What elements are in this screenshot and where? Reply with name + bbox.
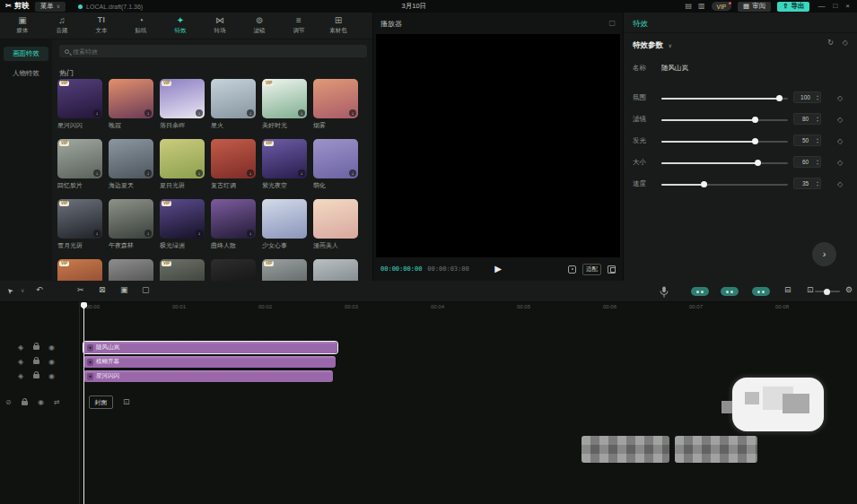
section-keyframe-icon[interactable]: ◇ bbox=[843, 39, 848, 47]
reset-params-icon[interactable]: ↻ bbox=[827, 39, 834, 47]
timeline-zoom-knob[interactable] bbox=[824, 289, 830, 295]
effect-card[interactable]: VIP↓金秋氛围 bbox=[57, 259, 102, 281]
effect-card[interactable]: ↓星火 bbox=[211, 79, 256, 139]
cover-button[interactable]: 封面 bbox=[89, 395, 113, 409]
keyframe-icon[interactable]: ◇ bbox=[837, 180, 843, 188]
keyframe-icon[interactable]: ◇ bbox=[837, 137, 843, 145]
search-input[interactable] bbox=[73, 48, 362, 55]
delete-button[interactable]: ⊠ bbox=[99, 285, 106, 294]
effect-card[interactable]: ↓海边夏天 bbox=[109, 139, 153, 199]
maximize-button[interactable]: □ bbox=[833, 3, 837, 10]
play-button[interactable]: ▶ bbox=[494, 265, 502, 274]
effect-card[interactable]: ↓复古红调 bbox=[211, 139, 256, 199]
param-stepper[interactable]: ▴▾ bbox=[817, 94, 820, 100]
vip-badge[interactable]: VIP bbox=[712, 2, 731, 11]
toolbar-item-effects[interactable]: ✦特效 bbox=[162, 16, 199, 35]
timeline-settings-button[interactable]: ⚙ bbox=[845, 285, 853, 294]
effect-card[interactable]: ↓夏日光斑 bbox=[160, 139, 205, 199]
effect-card[interactable]: VIP↓雪月光斑 bbox=[57, 199, 102, 259]
param-stepper[interactable]: ▴▾ bbox=[817, 116, 820, 122]
split-button[interactable]: ✂ bbox=[77, 285, 84, 294]
lock-icon[interactable] bbox=[33, 374, 39, 378]
review-button[interactable]: ▦ 审阅 bbox=[738, 2, 771, 12]
effect-card[interactable]: ↓曲终人散 bbox=[211, 199, 256, 259]
param-slider-knob[interactable] bbox=[755, 160, 761, 166]
sidebar-item-scene-effects[interactable]: 画面特效 bbox=[4, 47, 48, 61]
toolbar-item-media[interactable]: ▣媒体 bbox=[4, 16, 41, 35]
effect-card[interactable]: ↓雪雾 bbox=[313, 259, 358, 281]
effect-clip[interactable]: ✦随风山岚 bbox=[83, 342, 337, 353]
effect-card[interactable]: VIP↓紫光夜空 bbox=[262, 139, 307, 199]
toolbar-item-audio[interactable]: ♫音频 bbox=[43, 16, 81, 35]
track-eye-icon[interactable]: ◉ bbox=[48, 372, 55, 380]
keyframe-icon[interactable]: ◇ bbox=[837, 94, 843, 102]
effect-clip[interactable]: ✦模糊开幕 bbox=[83, 356, 336, 368]
effect-card[interactable]: ↓烟雾 bbox=[313, 79, 358, 139]
fullscreen-icon[interactable] bbox=[608, 265, 616, 274]
record-voiceover-icon[interactable] bbox=[660, 286, 669, 298]
param-value-box[interactable]: 60▴▾ bbox=[793, 156, 821, 168]
track-eye-icon[interactable]: ◉ bbox=[48, 343, 55, 352]
expand-panel-button[interactable]: › bbox=[812, 242, 836, 266]
effect-card[interactable]: ↓老照片 bbox=[109, 259, 153, 281]
param-value-box[interactable]: 50▴▾ bbox=[793, 135, 821, 146]
effect-clip[interactable]: ✦星河闪闪 bbox=[83, 370, 333, 382]
close-button[interactable]: × bbox=[845, 3, 850, 10]
layout-toggle-1-icon[interactable]: ▤ bbox=[685, 3, 692, 10]
toolbar-item-sticker[interactable]: ◔贴纸 bbox=[122, 16, 160, 35]
effect-card[interactable]: VIP↓美好时光 bbox=[262, 79, 307, 139]
keyframe-icon[interactable]: ◇ bbox=[837, 159, 843, 167]
effect-card[interactable]: ↓晚霞 bbox=[109, 79, 153, 139]
freeze-button[interactable]: ▣ bbox=[120, 285, 128, 294]
effect-card[interactable]: ↓黑夜剪影 bbox=[211, 259, 256, 281]
param-slider-knob[interactable] bbox=[752, 138, 758, 144]
param-value-box[interactable]: 35▴▾ bbox=[793, 178, 821, 189]
track-mute-icon[interactable]: ⊘ bbox=[5, 398, 12, 406]
lock-icon[interactable] bbox=[22, 401, 28, 405]
track-effect-switch-icon[interactable]: ◈ bbox=[18, 343, 23, 352]
toolbar-item-filter[interactable]: ⊚滤镜 bbox=[240, 16, 278, 35]
param-slider-track[interactable] bbox=[661, 98, 788, 100]
timeline-zoom-slider[interactable] bbox=[815, 291, 840, 292]
crop-button[interactable]: ▢ bbox=[142, 285, 150, 294]
param-value-box[interactable]: 100▴▾ bbox=[793, 91, 821, 103]
tool-dropdown-caret[interactable]: ∨ bbox=[21, 288, 24, 293]
main-track-magnet-toggle[interactable] bbox=[691, 287, 709, 296]
auto-snap-toggle[interactable] bbox=[721, 287, 739, 296]
param-slider-knob[interactable] bbox=[752, 117, 758, 123]
keyframe-icon[interactable]: ◇ bbox=[837, 116, 843, 124]
param-stepper[interactable]: ▴▾ bbox=[817, 180, 820, 187]
effect-card[interactable]: VIP↓极光绿洲 bbox=[160, 199, 205, 259]
add-media-icon[interactable]: ⊡ bbox=[123, 397, 130, 406]
toolbar-item-materials[interactable]: ⊞素材包 bbox=[319, 16, 357, 35]
track-effect-switch-icon[interactable]: ◈ bbox=[18, 358, 23, 366]
track-link-icon[interactable]: ⇄ bbox=[54, 398, 60, 406]
effect-card[interactable]: VIP↓星河闪闪 bbox=[57, 79, 102, 139]
toolbar-item-adjust[interactable]: ≡调节 bbox=[280, 16, 318, 35]
fit-button[interactable]: 适配 bbox=[582, 264, 601, 275]
param-stepper[interactable]: ▴▾ bbox=[817, 137, 820, 143]
lock-icon[interactable] bbox=[33, 360, 39, 364]
track-eye-icon[interactable]: ◉ bbox=[38, 398, 44, 406]
param-slider-track[interactable] bbox=[661, 119, 788, 121]
effect-card[interactable]: ↓午夜森林 bbox=[109, 199, 153, 259]
effect-card[interactable]: 漫画美人 bbox=[313, 199, 358, 259]
param-slider-knob[interactable] bbox=[776, 95, 783, 101]
params-section-header[interactable]: 特效参数 ∨ bbox=[633, 40, 672, 51]
track-effect-switch-icon[interactable]: ◈ bbox=[18, 372, 23, 380]
param-slider-knob[interactable] bbox=[701, 181, 707, 187]
in-out-point-button[interactable]: ⊡ bbox=[807, 285, 814, 294]
param-value-box[interactable]: 80▴▾ bbox=[793, 113, 821, 125]
minimize-button[interactable]: — bbox=[818, 3, 825, 10]
param-stepper[interactable]: ▴▾ bbox=[817, 159, 820, 165]
lock-icon[interactable] bbox=[33, 345, 39, 350]
track-eye-icon[interactable]: ◉ bbox=[48, 358, 55, 366]
toolbar-item-text[interactable]: TI文本 bbox=[83, 16, 120, 35]
video-viewport[interactable] bbox=[376, 34, 620, 257]
effect-card[interactable]: 少女心事 bbox=[262, 199, 307, 259]
toolbar-item-transition[interactable]: ⋈转场 bbox=[201, 16, 239, 35]
sidebar-item-figure-effects[interactable]: 人物特效 bbox=[4, 66, 48, 81]
param-slider-track[interactable] bbox=[661, 162, 788, 164]
effect-card[interactable]: VIP↓雾中风景 bbox=[160, 259, 205, 281]
effect-card[interactable]: VIP↓白月光 bbox=[262, 259, 307, 281]
